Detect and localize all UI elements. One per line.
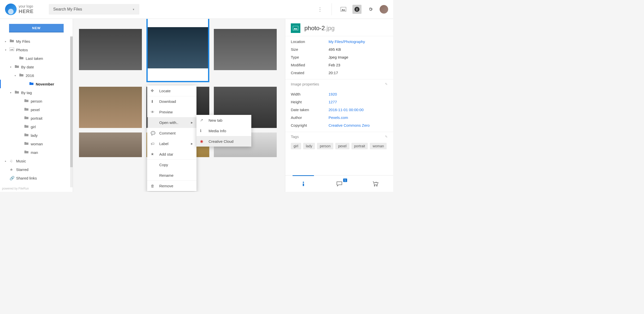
- detail-value[interactable]: 2016-11-01 00:00:00: [329, 108, 364, 112]
- info-icon[interactable]: i: [352, 5, 361, 14]
- tag-portrait[interactable]: portrait: [351, 143, 368, 149]
- tree-item-by-date[interactable]: ▾By date: [0, 63, 73, 71]
- scrollbar-thumb[interactable]: [70, 36, 73, 167]
- search-placeholder: Search My Files: [53, 7, 82, 12]
- ctx-label: Download: [159, 99, 176, 104]
- tree-item-starred[interactable]: ★Starred: [0, 165, 73, 174]
- file-thumb[interactable]: [79, 87, 142, 128]
- tree-item-person[interactable]: person: [0, 97, 73, 105]
- ctx-label: Copy: [159, 163, 168, 167]
- tree-item-music[interactable]: ▸♫Music: [0, 157, 73, 165]
- expand-icon[interactable]: ▾: [5, 49, 8, 51]
- tag-girl[interactable]: girl: [291, 143, 301, 149]
- detail-key: Date taken: [291, 108, 329, 112]
- image-props-list: Width1920Height1277Date taken2016-11-01 …: [285, 89, 393, 132]
- ctx-locate[interactable]: ✥Locate: [147, 85, 196, 96]
- detail-value[interactable]: Pexels.com: [329, 115, 348, 120]
- tree-item-portrait[interactable]: portrait: [0, 114, 73, 122]
- ctx-download[interactable]: ⬇Download: [147, 96, 196, 107]
- tab-comments[interactable]: 1: [321, 175, 357, 192]
- tree-item-woman[interactable]: woman: [0, 140, 73, 148]
- tree-item-label: 2016: [26, 73, 34, 78]
- ctx-icon: 👁: [151, 110, 155, 114]
- footer-note: powered by FileRun: [0, 185, 73, 192]
- detail-row: ModifiedFeb 23: [291, 61, 388, 69]
- tag-person[interactable]: person: [317, 143, 333, 149]
- tree-item-label: November: [36, 82, 54, 86]
- expand-icon[interactable]: ▾: [10, 91, 13, 94]
- edit-icon[interactable]: ✎: [385, 135, 388, 139]
- ctx-copy[interactable]: Copy: [147, 159, 196, 170]
- ctx-preview[interactable]: 👁Preview: [147, 107, 196, 117]
- new-button[interactable]: NEW: [9, 24, 64, 32]
- tab-info[interactable]: [285, 175, 321, 192]
- context-menu: ✥Locate⬇Download👁PreviewOpen with..▶💬Com…: [147, 85, 196, 191]
- link-icon: 🔗: [10, 176, 15, 181]
- folder-icon: [24, 124, 29, 129]
- tree-item-label: Music: [16, 159, 26, 163]
- search-input[interactable]: Search My Files ▼: [49, 4, 139, 15]
- detail-value[interactable]: 1277: [329, 100, 337, 104]
- ctx-rename[interactable]: Rename: [147, 170, 196, 181]
- folder-tree: ▸My Files▾PhotosLast taken▾By date▾2016N…: [0, 36, 73, 185]
- ctx-icon: ★: [151, 152, 155, 156]
- ctx-sub-new-tab[interactable]: ↗New tab: [196, 115, 251, 125]
- folder-icon: [19, 73, 24, 78]
- tree-item-label: By date: [21, 65, 34, 69]
- tree-item-2016[interactable]: ▾2016: [0, 71, 73, 80]
- edit-icon[interactable]: ✎: [385, 82, 388, 86]
- ctx-add-star[interactable]: ★Add star: [147, 149, 196, 159]
- tag-pexel[interactable]: pexel: [335, 143, 349, 149]
- image-view-icon[interactable]: [339, 5, 348, 14]
- image-icon: [10, 48, 15, 52]
- tag-lady[interactable]: lady: [303, 143, 315, 149]
- comments-badge: 1: [343, 178, 347, 182]
- tag-woman[interactable]: woman: [370, 143, 387, 149]
- ctx-comment[interactable]: 💬Comment: [147, 128, 196, 138]
- expand-icon[interactable]: ▾: [15, 74, 18, 77]
- file-thumb-selected[interactable]: [146, 19, 209, 82]
- detail-value[interactable]: My Files/Photography: [329, 39, 365, 44]
- ctx-sub-media-info[interactable]: ℹMedia Info: [196, 125, 251, 136]
- ctx-label[interactable]: 🏷Label▶: [147, 138, 196, 149]
- ctx-icon: ↗: [200, 118, 205, 122]
- logo[interactable]: your logo HERE: [5, 4, 34, 15]
- tree-item-label: portrait: [31, 116, 43, 120]
- tree-item-pexel[interactable]: pexel: [0, 105, 73, 114]
- svg-rect-0: [341, 7, 346, 12]
- detail-row: Created20:17: [291, 69, 388, 77]
- chevron-down-icon[interactable]: ▼: [132, 8, 135, 11]
- detail-row: Date taken2016-11-01 00:00:00: [291, 106, 388, 114]
- expand-icon[interactable]: ▾: [10, 66, 13, 68]
- tree-item-shared-links[interactable]: 🔗Shared links: [0, 174, 73, 182]
- folder-icon: [24, 116, 29, 120]
- tree-item-last-taken[interactable]: Last taken: [0, 54, 73, 63]
- more-vert-icon[interactable]: ⋮: [315, 5, 325, 14]
- ctx-open-with-[interactable]: Open with..▶: [147, 117, 196, 128]
- svg-point-10: [374, 185, 375, 186]
- detail-key: Height: [291, 100, 329, 104]
- tree-item-my-files[interactable]: ▸My Files: [0, 37, 73, 46]
- tab-cart[interactable]: [357, 175, 393, 192]
- detail-value[interactable]: 1920: [329, 92, 337, 96]
- expand-icon[interactable]: ▸: [5, 160, 8, 162]
- file-type-icon: [291, 23, 300, 33]
- folder-icon: [29, 82, 34, 86]
- file-thumb[interactable]: [79, 29, 142, 70]
- avatar[interactable]: [380, 5, 388, 14]
- settings-icon[interactable]: [366, 5, 375, 14]
- ctx-remove[interactable]: 🗑Remove: [147, 181, 196, 191]
- svg-marker-5: [10, 49, 14, 50]
- tree-item-girl[interactable]: girl: [0, 122, 73, 131]
- music-icon: ♫: [10, 159, 15, 163]
- tree-item-november[interactable]: November: [0, 80, 73, 88]
- tree-item-by-tag[interactable]: ▾By tag: [0, 88, 73, 97]
- file-thumb[interactable]: [214, 29, 277, 70]
- tree-item-man[interactable]: man: [0, 148, 73, 157]
- tree-item-photos[interactable]: ▾Photos: [0, 46, 73, 54]
- file-thumb[interactable]: [79, 132, 142, 157]
- tree-item-lady[interactable]: lady: [0, 131, 73, 140]
- expand-icon[interactable]: ▸: [5, 40, 8, 43]
- detail-value[interactable]: Creative Commons Zero: [329, 123, 370, 127]
- ctx-sub-creative-cloud[interactable]: ◉Creative Cloud: [196, 136, 251, 147]
